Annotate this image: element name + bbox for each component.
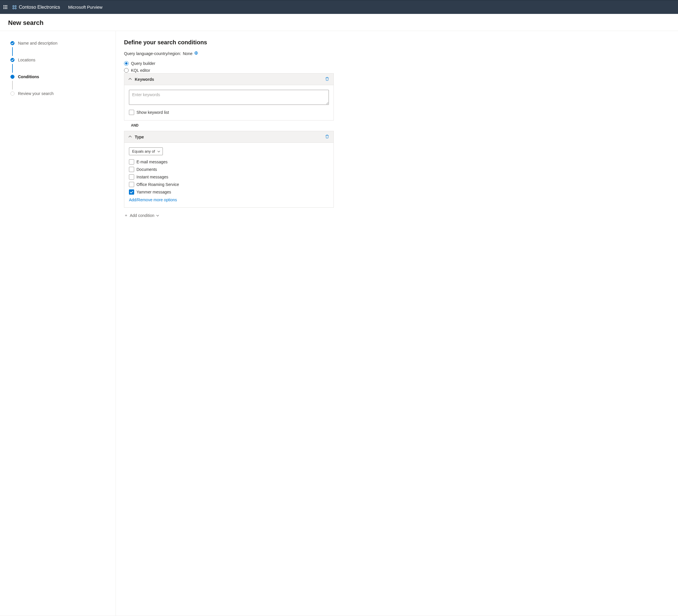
page-header: New search	[0, 14, 678, 31]
wizard-step-label: Review your search	[18, 91, 53, 96]
plus-icon: ＋	[124, 213, 128, 218]
org-logo-icon	[12, 5, 17, 10]
type-operator-select[interactable]: Equals any of	[129, 147, 163, 155]
type-option-checkbox[interactable]	[129, 189, 134, 195]
wizard-step-label: Conditions	[18, 74, 39, 79]
query-locale-value: None	[183, 51, 192, 56]
app-launcher-icon[interactable]	[3, 5, 7, 9]
top-bar: Contoso Electronics Microsoft Purview	[0, 0, 678, 14]
locale-edit-icon[interactable]	[194, 51, 198, 56]
page-title: New search	[8, 19, 670, 27]
type-option-row: Office Roaming Service	[129, 182, 329, 187]
type-option-label: E-mail messages	[137, 160, 167, 164]
chevron-up-icon[interactable]	[128, 135, 132, 139]
step-indicator-icon	[10, 41, 14, 45]
wizard-step[interactable]: Conditions	[10, 73, 109, 81]
keywords-card: Keywords Show keyword list	[124, 73, 334, 120]
svg-point-2	[13, 7, 14, 9]
chevron-down-icon	[157, 149, 160, 153]
type-option-row: Instant messages	[129, 175, 329, 180]
org-name: Contoso Electronics	[19, 5, 60, 10]
step-indicator-icon	[10, 58, 14, 62]
add-condition-button[interactable]: ＋ Add condition	[124, 213, 159, 218]
type-option-row: Documents	[129, 167, 329, 172]
wizard-step: Review your search	[10, 89, 109, 98]
condition-operator: AND	[124, 120, 334, 130]
show-keyword-list-checkbox[interactable]	[129, 110, 134, 115]
type-operator-value: Equals any of	[132, 149, 155, 153]
svg-point-0	[13, 5, 14, 7]
show-keyword-list-label: Show keyword list	[137, 110, 169, 115]
type-card-title: Type	[135, 135, 144, 139]
content-heading: Define your search conditions	[124, 39, 334, 46]
product-name: Microsoft Purview	[68, 5, 102, 9]
radio-query-builder-label: Query builder	[131, 61, 155, 66]
add-remove-options-link[interactable]: Add/Remove more options	[129, 197, 177, 202]
type-option-checkbox[interactable]	[129, 175, 134, 180]
keywords-card-title: Keywords	[135, 77, 154, 82]
type-option-label: Yammer messages	[137, 190, 171, 194]
radio-kql-editor[interactable]	[124, 68, 129, 73]
add-condition-label: Add condition	[130, 213, 154, 218]
delete-keywords-icon[interactable]	[325, 76, 330, 82]
type-option-checkbox[interactable]	[129, 182, 134, 187]
wizard-step-label: Name and description	[18, 41, 58, 45]
step-indicator-icon	[10, 75, 14, 79]
type-option-label: Office Roaming Service	[137, 182, 179, 187]
chevron-down-icon	[156, 213, 159, 218]
type-card: Type Equals any of E-mail messagesDocume…	[124, 131, 334, 208]
step-indicator-icon	[10, 91, 14, 95]
wizard-step-label: Locations	[18, 57, 35, 62]
query-mode-group: Query builder KQL editor	[124, 61, 334, 73]
keywords-input[interactable]	[129, 90, 329, 105]
svg-point-1	[15, 5, 16, 7]
query-locale-label: Query language-country/region:	[124, 51, 181, 56]
wizard-step[interactable]: Locations	[10, 56, 109, 64]
wizard-steps: Name and descriptionLocationsConditionsR…	[0, 31, 116, 616]
delete-type-icon[interactable]	[325, 134, 330, 140]
org-brand[interactable]: Contoso Electronics	[12, 5, 60, 10]
svg-point-3	[15, 7, 16, 9]
type-option-row: E-mail messages	[129, 159, 329, 164]
radio-query-builder[interactable]	[124, 61, 129, 66]
chevron-up-icon[interactable]	[128, 78, 132, 81]
type-option-checkbox[interactable]	[129, 159, 134, 164]
type-option-checkbox[interactable]	[129, 167, 134, 172]
type-option-label: Instant messages	[137, 175, 168, 179]
type-option-label: Documents	[137, 167, 157, 172]
radio-kql-editor-label: KQL editor	[131, 68, 150, 73]
content-area: Define your search conditions Query lang…	[116, 31, 342, 616]
type-option-row: Yammer messages	[129, 189, 329, 195]
query-locale-row: Query language-country/region: None	[124, 51, 334, 56]
wizard-step[interactable]: Name and description	[10, 39, 109, 47]
